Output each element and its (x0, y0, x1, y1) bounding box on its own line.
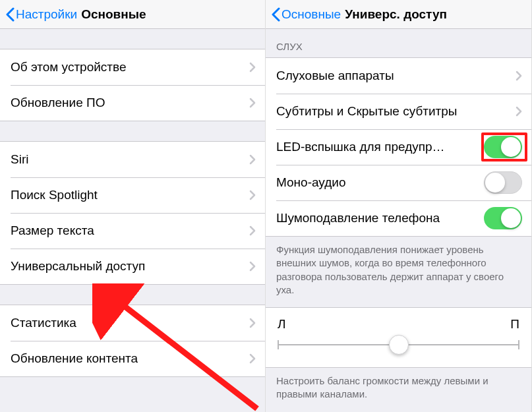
accessibility-panel: Основные Универс. доступ СЛУХ Слуховые а… (266, 0, 532, 412)
toggle-mono-audio[interactable] (484, 171, 522, 194)
back-label: Настройки (16, 7, 77, 22)
slider-knob[interactable] (389, 335, 409, 355)
cell-label: LED-вспышка для предупр… (276, 140, 479, 154)
cell-label: Слуховые аппараты (276, 69, 510, 83)
navbar-title: Универс. доступ (345, 7, 447, 22)
group-siri: Siri Поиск Spotlight Размер текста Униве… (0, 141, 265, 285)
cell-spotlight[interactable]: Поиск Spotlight (0, 177, 265, 213)
cell-label: Субтитры и Скрытые субтитры (276, 104, 510, 119)
cell-noise-cancel[interactable]: Шумоподавление телефона (266, 200, 531, 236)
cell-subtitles[interactable]: Субтитры и Скрытые субтитры (266, 94, 531, 129)
cell-software-update[interactable]: Обновление ПО (0, 85, 265, 121)
cell-label: Моно-аудио (276, 175, 479, 190)
back-button[interactable]: Настройки (5, 7, 77, 22)
cell-label: Siri (11, 152, 244, 167)
balance-slider-row: Л П (266, 307, 531, 368)
toggle-led-flash[interactable] (484, 136, 522, 158)
chevron-right-icon (516, 71, 522, 81)
toggle-noise-cancel[interactable] (484, 207, 522, 229)
cell-label: Шумоподавление телефона (276, 211, 479, 225)
cell-hearing-aids[interactable]: Слуховые аппараты (266, 58, 531, 94)
cell-siri[interactable]: Siri (0, 142, 265, 177)
cell-label: Обновление ПО (11, 96, 244, 110)
back-label: Основные (281, 7, 341, 22)
chevron-right-icon (249, 225, 256, 236)
cell-content-update[interactable]: Обновление контента (0, 341, 265, 376)
cell-statistics[interactable]: Статистика (0, 305, 265, 341)
navbar-left: Настройки Основные (0, 0, 265, 29)
footer-balance: Настроить баланс громкости между левыми … (266, 368, 531, 412)
group-stats: Статистика Обновление контента (0, 305, 265, 377)
chevron-right-icon (249, 98, 256, 108)
chevron-right-icon (249, 154, 256, 165)
cell-label: Универсальный доступ (11, 259, 244, 274)
cell-accessibility[interactable]: Универсальный доступ (0, 249, 265, 284)
slider-left-label: Л (278, 317, 285, 332)
chevron-right-icon (249, 353, 256, 364)
cell-label: Обновление контента (11, 351, 244, 366)
chevron-right-icon (516, 106, 522, 117)
cell-label: Статистика (11, 316, 244, 330)
slider-right-label: П (510, 317, 519, 332)
chevron-right-icon (249, 318, 256, 328)
cell-text-size[interactable]: Размер текста (0, 213, 265, 249)
footer-noise-cancel: Функция шумоподавления понижает уровень … (266, 237, 531, 307)
balance-slider[interactable] (278, 336, 519, 354)
back-button[interactable]: Основные (271, 7, 341, 22)
settings-general-panel: Настройки Основные Об этом устройстве Об… (0, 0, 266, 412)
navbar-title: Основные (81, 7, 146, 22)
chevron-right-icon (249, 62, 256, 73)
chevron-left-icon (271, 7, 280, 22)
cell-label: Поиск Spotlight (11, 188, 244, 202)
chevron-left-icon (5, 7, 15, 22)
chevron-right-icon (249, 190, 256, 200)
section-header-hearing: СЛУХ (266, 29, 531, 57)
cell-about-device[interactable]: Об этом устройстве (0, 49, 265, 85)
navbar-right: Основные Универс. доступ (266, 0, 531, 29)
cell-label: Об этом устройстве (11, 60, 244, 74)
group-hearing: Слуховые аппараты Субтитры и Скрытые суб… (266, 57, 531, 237)
cell-label: Размер текста (11, 223, 244, 238)
chevron-right-icon (249, 261, 256, 272)
cell-mono-audio[interactable]: Моно-аудио (266, 165, 531, 200)
group-about: Об этом устройстве Обновление ПО (0, 49, 265, 121)
cell-led-flash[interactable]: LED-вспышка для предупр… (266, 129, 531, 165)
